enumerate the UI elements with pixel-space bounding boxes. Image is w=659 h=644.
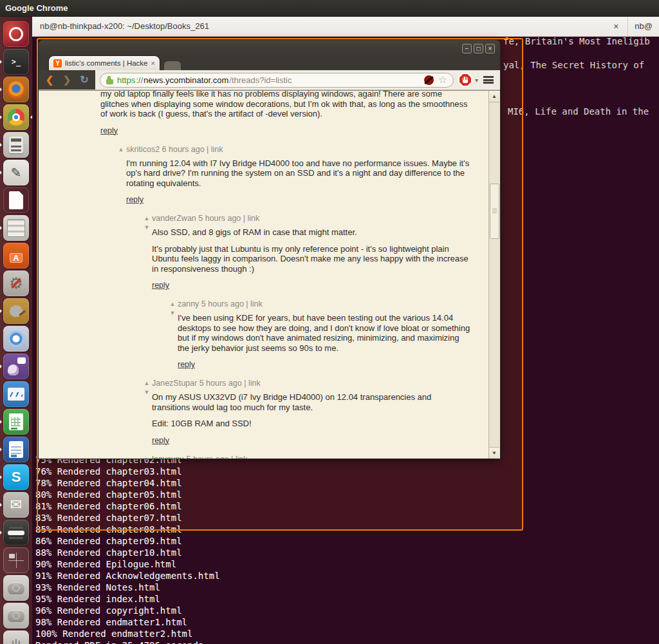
- comment-author[interactable]: leaveyou: [152, 455, 184, 459]
- terminal-tab-close-icon[interactable]: ×: [604, 21, 627, 32]
- address-bar[interactable]: https :// news.ycombinator.com /threads?…: [100, 73, 454, 88]
- mail-icon: ✉: [10, 498, 22, 512]
- terminal-tabbar: nb@nb-thinkpad-x200: ~/Desktop/Books_261…: [32, 16, 659, 37]
- terminal-line: 81% Rendered chapter06.html: [35, 500, 220, 512]
- launcher-item-gimp[interactable]: [3, 298, 29, 324]
- blocked-content-icon[interactable]: [424, 75, 434, 85]
- launcher-item-pidgin[interactable]: [3, 354, 29, 379]
- terminal-line: Rendered PDF in 25.4796 seconds:: [35, 639, 220, 644]
- comment-permalink[interactable]: link: [248, 379, 261, 388]
- launcher-item-mail[interactable]: ✉: [3, 492, 29, 518]
- terminal-tab-title[interactable]: nb@nb-thinkpad-x200: ~/Desktop/Books_261: [32, 21, 604, 31]
- launcher-item-terminal[interactable]: >_: [3, 49, 29, 75]
- comment-paragraph: On my ASUS UX32VD (i7 Ivy Bridge HD4000)…: [152, 392, 470, 412]
- comment-permalink[interactable]: link: [250, 299, 263, 308]
- url-path: /threads?id=listic: [229, 75, 292, 85]
- reload-button[interactable]: ↻: [77, 71, 92, 89]
- chrome-menu-icon[interactable]: [483, 76, 494, 84]
- launcher-item-system-settings[interactable]: ⚙: [3, 270, 29, 296]
- tab-close-icon[interactable]: ×: [151, 59, 155, 67]
- launcher-item-libreoffice-writer[interactable]: [3, 437, 29, 462]
- running-indicator-icon: [0, 474, 2, 480]
- comment-paragraph: It's probably just that Lubuntu is my on…: [152, 244, 470, 274]
- comment-permalink[interactable]: link: [236, 455, 248, 459]
- scrollbar-thumb[interactable]: [490, 184, 499, 239]
- launcher-item-dark-drawer[interactable]: [3, 520, 29, 545]
- upvote-icon[interactable]: ▲: [144, 456, 150, 459]
- comment-author[interactable]: vanderZwan: [152, 214, 196, 223]
- launcher-item-text-editor[interactable]: ✎: [3, 160, 29, 185]
- top-panel: Google Chrome: [0, 0, 659, 17]
- launcher-item-skype[interactable]: S: [3, 464, 29, 490]
- maximize-button[interactable]: □: [474, 44, 483, 53]
- chrome-titlebar[interactable]: − □ ×: [39, 40, 500, 55]
- downvote-icon[interactable]: ▼: [144, 224, 150, 231]
- reply-link[interactable]: reply: [100, 126, 118, 135]
- browser-tab[interactable]: Y listic's comments | Hacker ×: [49, 56, 160, 70]
- launcher-item-system-monitor[interactable]: [3, 381, 29, 407]
- launcher-item-file-cabinet[interactable]: [3, 215, 29, 241]
- chrome-window: − □ × Y listic's comments | Hacker × ❮ ❯…: [39, 40, 500, 459]
- launcher-item-hard-disk-1[interactable]: [3, 575, 29, 601]
- running-indicator-icon: [0, 529, 2, 536]
- upvote-icon[interactable]: ▲: [118, 146, 124, 153]
- minimize-button[interactable]: −: [462, 44, 472, 53]
- launcher-item-calculator[interactable]: [3, 132, 29, 158]
- launcher-item-ubuntu-dash[interactable]: [3, 21, 29, 47]
- reply-link[interactable]: reply: [152, 281, 169, 290]
- terminal-line: 90% Rendered Epilogue.html: [35, 558, 220, 570]
- launcher-item-chromium[interactable]: [3, 326, 29, 352]
- launcher-item-libreoffice-start[interactable]: [3, 187, 29, 213]
- launcher-item-software-center[interactable]: A: [3, 243, 29, 269]
- comment-author[interactable]: skriticos2: [126, 145, 160, 154]
- downvote-icon[interactable]: ▼: [144, 389, 150, 395]
- close-button[interactable]: ×: [485, 44, 495, 53]
- terminal-line: 98% Rendered endmatter1.html: [35, 616, 220, 628]
- focused-app-name: Google Chrome: [0, 3, 68, 13]
- downvote-icon[interactable]: ▼: [170, 310, 176, 316]
- launcher-item-chrome[interactable]: [3, 104, 29, 130]
- comment-permalink[interactable]: link: [247, 214, 259, 223]
- launcher-item-usb-drive[interactable]: ψ: [3, 630, 29, 644]
- url-host: news.ycombinator.com: [144, 75, 228, 85]
- scroll-up-icon[interactable]: ▲: [489, 91, 499, 102]
- comment-header: vanderZwan 5 hours ago | link: [152, 214, 470, 223]
- forward-button[interactable]: ❯: [59, 71, 75, 89]
- extension-dropdown-icon[interactable]: ▾: [475, 77, 478, 84]
- scroll-down-icon[interactable]: ▼: [489, 447, 499, 459]
- bookmark-star-icon[interactable]: ☆: [438, 75, 447, 85]
- launcher-item-firefox[interactable]: [3, 77, 29, 102]
- terminal-line: 86% Rendered chapter09.html: [35, 535, 220, 547]
- comment-header: skriticos2 6 hours ago | link: [126, 145, 470, 154]
- terminal-line: 80% Rendered chapter05.html: [35, 489, 220, 500]
- vote-gutter: ▲▼: [142, 379, 152, 445]
- reply-link[interactable]: reply: [152, 436, 169, 445]
- running-indicator-icon: [0, 169, 2, 176]
- vote-gutter: [90, 91, 100, 135]
- new-tab-button[interactable]: [164, 61, 181, 70]
- vote-gutter: ▲▼: [142, 214, 152, 290]
- back-button[interactable]: ❮: [42, 71, 57, 89]
- launcher-item-hard-disk-2[interactable]: [3, 603, 29, 629]
- upvote-icon[interactable]: ▲: [144, 380, 150, 386]
- adblock-stop-hand-icon[interactable]: [458, 73, 472, 87]
- terminal-icon: >_: [12, 57, 21, 66]
- scrollbar[interactable]: ▲ ▼: [488, 91, 500, 459]
- background-terminal-line: fe, Britain's Most Ineligib: [503, 36, 650, 46]
- launcher-item-workspace-switcher[interactable]: [3, 547, 29, 573]
- launcher-item-libreoffice-calc[interactable]: [3, 409, 29, 435]
- software-center-icon: A: [13, 253, 19, 263]
- launcher: >_✎A⚙S✉ψ: [0, 16, 32, 644]
- comment-author[interactable]: JanezStupar: [152, 379, 197, 388]
- comment-body: JanezStupar 5 hours ago | linkOn my ASUS…: [152, 379, 488, 445]
- terminal-output: 75% Rendered chapter02.html76% Rendered …: [35, 454, 220, 644]
- comment-permalink[interactable]: link: [211, 145, 223, 154]
- upvote-icon[interactable]: ▲: [144, 215, 150, 222]
- reply-link[interactable]: reply: [178, 360, 195, 369]
- comment-author[interactable]: zanny: [178, 299, 199, 308]
- comment: ▲▼zanny 5 hours ago | linkI've been usin…: [167, 299, 488, 369]
- upvote-icon[interactable]: ▲: [170, 301, 176, 307]
- reply-link[interactable]: reply: [126, 195, 144, 204]
- terminal-tab-2[interactable]: nb@: [628, 21, 659, 31]
- url-separator: ://: [136, 75, 143, 85]
